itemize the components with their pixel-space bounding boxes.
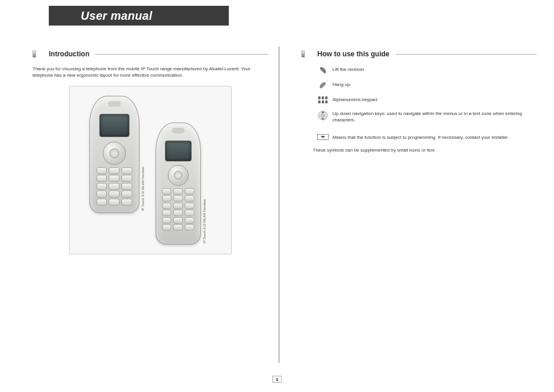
keypad-icon [313, 96, 333, 103]
section-heading: Introduction [49, 50, 95, 58]
section-heading: How to use this guide [318, 50, 395, 58]
programming-box-icon [313, 134, 333, 140]
guide-row-keypad: Alphanumeric keypad. [313, 96, 537, 103]
svg-rect-0 [318, 96, 321, 99]
column-divider [279, 46, 279, 363]
svg-rect-1 [322, 96, 324, 99]
intro-paragraph: Thank you for choosing a telephone from … [33, 66, 268, 79]
page: User manual Introduction Thank you for c… [0, 0, 554, 392]
guide-row-lift: Lift the receiver. [313, 66, 537, 74]
right-column: How to use this guide Lift the receiver. [282, 46, 537, 375]
left-column: Introduction Thank you for choosing a te… [33, 46, 276, 375]
phone-image-310 [89, 96, 139, 213]
guide-row-programming: Means that the function is subject to pr… [313, 134, 537, 141]
svg-rect-3 [318, 100, 321, 103]
nav-keys-icon [313, 110, 333, 121]
rule-line [95, 54, 268, 55]
svg-rect-2 [325, 96, 328, 99]
phone-image-610 [156, 123, 201, 244]
guide-row-nav: Up-down navigation keys: used to navigat… [313, 110, 537, 124]
svg-point-7 [321, 114, 325, 117]
hang-up-icon [313, 81, 333, 89]
guide-text: Hang up. [333, 81, 537, 88]
phone-label-310: IP Touch 310 WLAN Handset [141, 167, 145, 211]
page-number: 3 [272, 376, 282, 383]
columns: Introduction Thank you for choosing a te… [33, 46, 537, 375]
product-illustration: IP Touch 310 WLAN Handset IP Touch 610 W… [69, 86, 232, 254]
section-marker-icon [33, 51, 36, 57]
section-header-how: How to use this guide [301, 50, 537, 58]
page-title: User manual [49, 6, 229, 26]
svg-rect-4 [322, 100, 324, 103]
guide-text: Up-down navigation keys: used to navigat… [333, 110, 537, 124]
supplement-note: These symbols can be supplemented by sma… [313, 148, 537, 153]
phone-label-610: IP Touch 610 WLAN Handset [203, 199, 206, 243]
svg-rect-5 [325, 100, 328, 103]
section-marker-icon [301, 51, 305, 57]
guide-text: Alphanumeric keypad. [333, 96, 537, 103]
section-header-intro: Introduction [33, 50, 268, 58]
lift-receiver-icon [313, 66, 333, 74]
rule-line [395, 54, 537, 55]
guide-text: Means that the function is subject to pr… [333, 134, 537, 141]
guide-row-hangup: Hang up. [313, 81, 537, 89]
guide-text: Lift the receiver. [333, 66, 537, 73]
